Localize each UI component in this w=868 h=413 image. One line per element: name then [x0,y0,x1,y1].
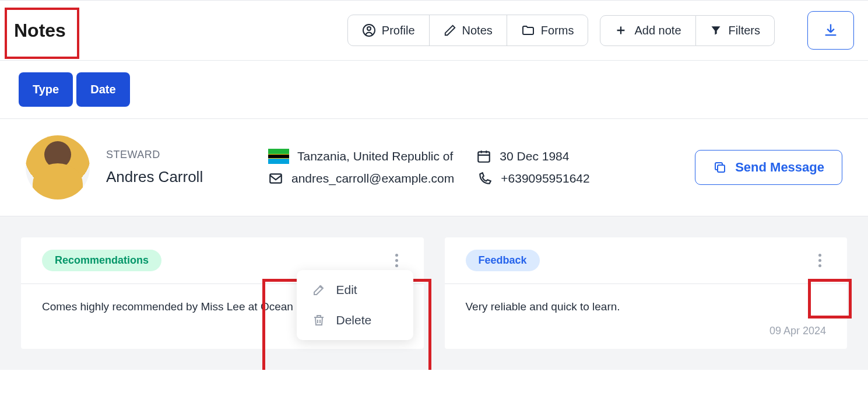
tab-forms[interactable]: Forms [507,15,588,46]
dob-text: 30 Dec 1984 [500,149,569,163]
filters-label: Filters [729,24,760,37]
tab-profile-label: Profile [382,24,415,37]
email-item: andres_carroll@example.com [268,171,454,186]
pencil-icon [444,24,456,37]
popup-edit[interactable]: Edit [297,275,413,305]
email-text: andres_carroll@example.com [291,172,454,186]
send-message-button[interactable]: Send Message [695,150,842,185]
filter-icon [710,24,722,36]
note-date: 09 Apr 2024 [445,325,848,349]
country-text: Tanzania, United Republic of [297,149,453,163]
person-name: Andres Carroll [106,168,252,186]
tab-forms-label: Forms [541,24,574,37]
tab-profile[interactable]: Profile [348,15,430,46]
header: Notes Profile Notes Forms [0,1,868,61]
plus-icon [614,24,627,37]
download-button[interactable] [807,11,854,50]
calendar-icon [476,149,491,164]
svg-point-1 [367,27,371,30]
note-card: Recommendations Comes highly recommended… [21,237,424,349]
person-row: STEWARD Andres Carroll Tanzania, United … [0,119,868,216]
tab-group: Profile Notes Forms [347,15,589,46]
phone-icon [477,171,493,186]
popup-menu: Edit Delete [297,270,413,340]
copy-icon [713,160,727,174]
popup-delete[interactable]: Delete [297,305,413,335]
send-message-label: Send Message [735,160,824,175]
note-body: Very reliable and quick to learn. [445,284,848,325]
add-note-button[interactable]: Add note [600,15,695,46]
flag-icon [268,149,289,164]
dob-item: 30 Dec 1984 [476,149,569,164]
phone-text: +639095951642 [501,172,589,186]
user-circle-icon [362,23,376,37]
filters-button[interactable]: Filters [696,15,775,46]
svg-rect-2 [479,152,490,162]
action-group: Add note Filters [600,15,775,46]
avatar [26,135,90,200]
note-tag: Feedback [466,250,540,271]
popup-edit-label: Edit [336,283,357,297]
kebab-menu-button[interactable] [391,249,403,272]
note-card: Feedback Very reliable and quick to lear… [445,237,848,349]
notes-area: Recommendations Comes highly recommended… [0,216,868,370]
svg-rect-4 [718,165,725,172]
phone-item: +639095951642 [477,171,589,186]
filter-type-pill[interactable]: Type [19,72,73,107]
trash-icon [312,313,326,327]
country-item: Tanzania, United Republic of [268,149,453,164]
role-label: STEWARD [106,149,252,161]
mail-icon [268,171,283,186]
tab-notes-label: Notes [462,24,493,37]
filter-row: Type Date [0,61,868,119]
edit-icon [312,283,326,297]
popup-delete-label: Delete [336,313,372,327]
tab-notes[interactable]: Notes [430,15,507,46]
note-tag: Recommendations [42,250,161,271]
page-title: Notes [14,20,66,41]
svg-rect-3 [270,174,282,183]
add-note-label: Add note [634,24,681,37]
kebab-menu-button[interactable] [814,249,826,272]
download-icon [823,22,839,38]
filter-date-pill[interactable]: Date [76,72,129,107]
folder-icon [521,23,535,37]
